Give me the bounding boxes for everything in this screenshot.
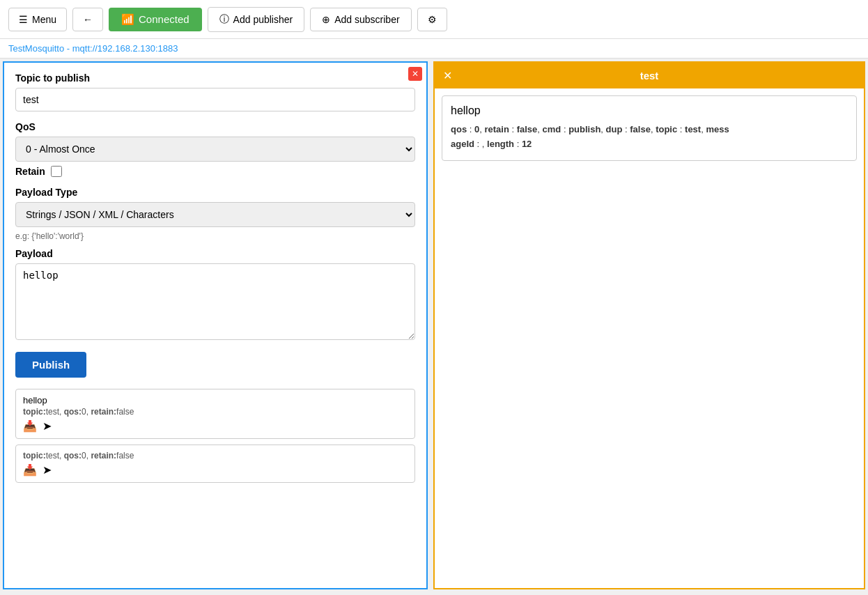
publish-button[interactable]: Publish: [15, 352, 86, 378]
cmd-key: cmd: [543, 124, 561, 134]
add-publisher-label: Add publisher: [233, 14, 293, 25]
retain-row: Retain: [15, 166, 415, 177]
topic-key: topic: [656, 124, 677, 134]
close-icon: ✕: [443, 70, 452, 82]
log-forward-button-2[interactable]: ➤: [42, 463, 52, 477]
log-resend-button[interactable]: 📥: [23, 419, 37, 433]
header: ☰ Menu ← 📶 Connected ⓘ Add publisher ⊕ A…: [0, 0, 868, 39]
connected-button[interactable]: 📶 Connected: [109, 8, 202, 31]
log-item-actions: 📥 ➤: [23, 463, 408, 477]
log-meta-retain-key: retain:: [91, 407, 116, 417]
log-item: hellop topic:test, qos:0, retain:false 📥…: [15, 389, 415, 439]
connected-label: Connected: [139, 13, 189, 25]
log-resend-button-2[interactable]: 📥: [23, 463, 37, 477]
payload-label: Payload: [15, 248, 415, 259]
retain-label: Retain: [15, 166, 45, 177]
back-button[interactable]: ←: [72, 8, 103, 31]
payload-textarea[interactable]: hellop: [15, 263, 415, 340]
retain-key: retain: [484, 124, 509, 134]
topic-label: Topic to publish: [15, 72, 415, 84]
subscriber-header: ✕ test: [435, 63, 864, 88]
publisher-body: Topic to publish QoS 0 - Almost Once 1 -…: [4, 63, 426, 498]
connection-text: TestMosquitto - mqtt://192.168.2.130:188…: [8, 43, 178, 54]
connection-bar: TestMosquitto - mqtt://192.168.2.130:188…: [0, 39, 868, 59]
retain-val: false: [517, 124, 538, 134]
log-item-title: hellop: [23, 395, 408, 405]
log-meta-retain-key: retain:: [91, 451, 116, 461]
subscriber-message-text: hellop: [451, 105, 848, 117]
subscriber-message-meta: qos : 0, retain : false, cmd : publish, …: [451, 123, 848, 152]
log-meta-qos-key: qos:: [64, 407, 82, 417]
footer: CSDN @rosemary512: [0, 592, 868, 595]
menu-icon: ☰: [19, 14, 28, 25]
menu-button[interactable]: ☰ Menu: [8, 8, 67, 31]
length-key: length: [487, 139, 514, 149]
info-circle-icon: ⓘ: [219, 13, 229, 26]
payload-type-label: Payload Type: [15, 187, 415, 198]
qos-select[interactable]: 0 - Almost Once 1 - At Least Once 2 - Ex…: [15, 137, 415, 162]
add-publisher-button[interactable]: ⓘ Add publisher: [208, 7, 305, 32]
settings-button[interactable]: ⚙: [417, 8, 447, 31]
subscriber-close-button[interactable]: ✕: [443, 69, 452, 82]
qos-label: QoS: [15, 121, 415, 132]
log-item-meta: topic:test, qos:0, retain:false: [23, 407, 408, 417]
cmd-val: publish: [568, 124, 600, 134]
topic-val: test: [685, 124, 701, 134]
log-item-meta: topic:test, qos:0, retain:false: [23, 451, 408, 461]
add-subscriber-button[interactable]: ⊕ Add subscriber: [310, 8, 411, 31]
dup-key: dup: [606, 124, 623, 134]
publisher-panel: ✕ Topic to publish QoS 0 - Almost Once 1…: [3, 61, 428, 589]
signal-icon: 📶: [121, 13, 134, 26]
payload-hint: e.g: {'hello':'world'}: [15, 231, 415, 241]
log-meta-topic-key: topic:: [23, 451, 46, 461]
qos-key: qos: [451, 124, 467, 134]
log-forward-button[interactable]: ➤: [42, 419, 52, 433]
log-meta-qos-key: qos:: [64, 451, 82, 461]
back-icon: ←: [83, 14, 93, 25]
main-content: ✕ Topic to publish QoS 0 - Almost Once 1…: [0, 59, 868, 592]
log-meta-topic-key: topic:: [23, 407, 46, 417]
retain-checkbox[interactable]: [51, 166, 62, 177]
publisher-close-button[interactable]: ✕: [408, 67, 422, 81]
publish-label: Publish: [32, 359, 70, 371]
log-item: topic:test, qos:0, retain:false 📥 ➤: [15, 445, 415, 483]
topic-input[interactable]: [15, 88, 415, 111]
payload-type-select[interactable]: Strings / JSON / XML / Characters Base64…: [15, 202, 415, 227]
plus-circle-icon: ⊕: [322, 14, 330, 25]
subscriber-topic: test: [640, 70, 659, 82]
dup-val: false: [630, 124, 651, 134]
gear-icon: ⚙: [428, 14, 437, 25]
subscriber-message-card: hellop qos : 0, retain : false, cmd : pu…: [442, 95, 857, 161]
subscriber-panel: ✕ test hellop qos : 0, retain : false, c…: [433, 61, 865, 589]
add-subscriber-label: Add subscriber: [334, 14, 399, 25]
length-val: 12: [522, 139, 532, 149]
qos-val: 0: [474, 124, 479, 134]
log-item-actions: 📥 ➤: [23, 419, 408, 433]
